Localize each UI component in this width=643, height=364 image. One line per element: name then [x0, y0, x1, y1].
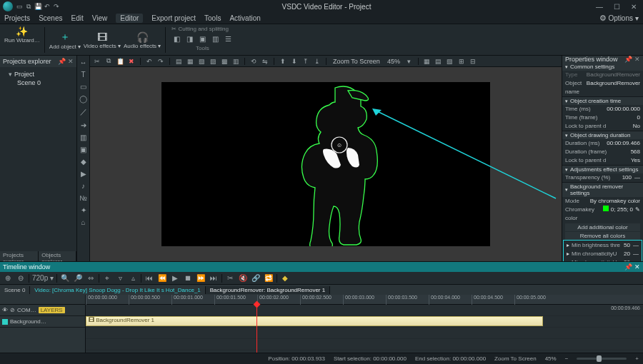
- tab-projects-explorer[interactable]: Projects explorer: [0, 251, 39, 261]
- vtool-move-icon[interactable]: ↔: [80, 59, 87, 66]
- ctb-align-icon[interactable]: ▩: [220, 57, 229, 66]
- ctb-redo-icon[interactable]: ↷: [156, 57, 165, 66]
- timeline-ruler[interactable]: 00:00:00.000 00:00:00.500 00:00:01.000 0…: [86, 295, 643, 304]
- layers-badge[interactable]: LAYERS: [39, 307, 65, 313]
- tl-goto-start-icon[interactable]: ⏮: [144, 274, 154, 282]
- min-brightness-field[interactable]: 50: [624, 241, 630, 250]
- ctb-align-icon[interactable]: ▥: [231, 57, 240, 66]
- vtool-line-icon[interactable]: ／: [80, 107, 87, 117]
- fps-select[interactable]: 720p ▾: [32, 274, 54, 282]
- maximize-button[interactable]: ☐: [610, 3, 623, 11]
- crumb-bgremover[interactable]: BackgroundRemover: BackgroundRemover 1: [206, 286, 330, 294]
- mode-select[interactable]: By chromakey color: [590, 197, 640, 206]
- tl-marker-icon[interactable]: ▵: [128, 274, 138, 282]
- tl-link-icon[interactable]: 🔗: [251, 274, 261, 282]
- tool-icon[interactable]: ◨: [184, 34, 194, 44]
- tl-stop-icon[interactable]: ⏹: [183, 274, 193, 282]
- timeline-clip[interactable]: 🎞 BackgroundRemover 1: [86, 316, 543, 326]
- ctb-undo-icon[interactable]: ↶: [145, 57, 154, 66]
- vtool-text-icon[interactable]: T: [81, 71, 85, 79]
- close-button[interactable]: ✕: [627, 3, 640, 11]
- tl-zoom-icon[interactable]: 🔍: [60, 274, 70, 282]
- vtool-tooltip-icon[interactable]: ⌂: [81, 218, 85, 226]
- tool-icon[interactable]: ◧: [171, 34, 181, 44]
- minimize-button[interactable]: —: [593, 3, 606, 11]
- tl-fit-icon[interactable]: ⇔: [86, 274, 96, 282]
- tl-zoom-icon[interactable]: 🔎: [73, 274, 83, 282]
- ctb-rotate-icon[interactable]: ⟲: [249, 57, 258, 66]
- chromakey-color-field[interactable]: 0; 255; 0: [611, 206, 633, 223]
- qat-open-icon[interactable]: ⧉: [25, 3, 32, 10]
- ctb-grid-icon[interactable]: ▤: [434, 57, 443, 66]
- qat-new-icon[interactable]: ▭: [16, 3, 23, 10]
- tl-mute-icon[interactable]: 🔇: [238, 274, 248, 282]
- tracks-lane[interactable]: 00:00:09.466 🎞 BackgroundRemover 1: [86, 305, 643, 353]
- pin-icon[interactable]: 📌 ✕: [58, 58, 74, 65]
- menu-export[interactable]: Export project: [151, 14, 196, 22]
- tl-goto-end-icon[interactable]: ⏭: [209, 274, 219, 282]
- menu-view[interactable]: View: [92, 14, 108, 22]
- ctb-copy-icon[interactable]: ⧉: [104, 57, 113, 66]
- tl-snap-icon[interactable]: ⌖: [102, 274, 112, 283]
- vtool-ellipse-icon[interactable]: ◯: [79, 95, 87, 103]
- menu-edit[interactable]: Edit: [71, 14, 83, 22]
- chevron-down-icon[interactable]: ▾: [405, 57, 414, 66]
- menu-activation[interactable]: Activation: [229, 14, 260, 22]
- pin-icon[interactable]: 📌 ✕: [624, 56, 640, 63]
- qat-undo-icon[interactable]: ↶: [44, 3, 51, 10]
- crumb-video[interactable]: Video: [Chroma Key] Snoop Dogg - Drop It…: [30, 286, 205, 294]
- zoom-in-icon[interactable]: +: [635, 355, 639, 362]
- menu-tools[interactable]: Tools: [204, 14, 221, 22]
- menu-projects[interactable]: Projects: [4, 14, 30, 22]
- canvas-area[interactable]: ☺: [90, 67, 562, 261]
- slider-icon[interactable]: —: [633, 241, 639, 250]
- tool-icon[interactable]: ☰: [223, 34, 233, 44]
- tab-objects-explorer[interactable]: Objects explorer: [39, 251, 76, 261]
- video-effects-button[interactable]: 🎞 Video effects ▾: [84, 31, 121, 49]
- vtool-animation-icon[interactable]: ✦: [81, 206, 86, 214]
- ctb-delete-icon[interactable]: ✖: [127, 57, 136, 66]
- vtool-video-icon[interactable]: ▶: [81, 170, 86, 178]
- lock-icon[interactable]: ⊘: [10, 307, 15, 313]
- zoom-out-icon[interactable]: −: [565, 355, 569, 362]
- ctb-align-icon[interactable]: ▨: [209, 57, 217, 66]
- vtool-counter-icon[interactable]: №: [79, 194, 87, 202]
- tool-icon[interactable]: ▥: [210, 34, 220, 44]
- add-object-button[interactable]: ＋ Add object ▾: [49, 31, 81, 50]
- menu-scenes[interactable]: Scenes: [39, 14, 62, 22]
- ctb-grid-icon[interactable]: ▧: [446, 57, 454, 66]
- vtool-sprite-icon[interactable]: ◆: [81, 158, 86, 166]
- tree-node-project[interactable]: ▾Project: [1, 70, 75, 79]
- object-name-field[interactable]: BackgroundRemover: [587, 79, 640, 96]
- ctb-layer-icon[interactable]: ⤓: [313, 57, 322, 66]
- qat-save-icon[interactable]: 💾: [34, 3, 41, 10]
- ctb-layer-icon[interactable]: ⤒: [301, 57, 310, 66]
- color-swatch[interactable]: [603, 206, 609, 211]
- playhead[interactable]: [256, 305, 257, 353]
- slider-icon[interactable]: —: [633, 250, 639, 258]
- options-button[interactable]: ⚙ Options ▾: [599, 14, 639, 23]
- ctb-grid-icon[interactable]: ▦: [423, 57, 432, 66]
- ctb-cut-icon[interactable]: ✂: [93, 57, 101, 66]
- ctb-grid-icon[interactable]: ⊟: [469, 57, 477, 66]
- vtool-chart-icon[interactable]: ▥: [80, 133, 86, 141]
- run-wizard-button[interactable]: ✨ Run Wizard…: [4, 26, 40, 44]
- pin-icon[interactable]: 📌 ✕: [624, 263, 640, 271]
- ctb-align-icon[interactable]: ▤: [174, 57, 183, 66]
- zoom-value[interactable]: 45%: [387, 58, 400, 65]
- tl-yellow-icon[interactable]: ◆: [280, 274, 290, 282]
- eyedropper-icon[interactable]: ✎: [635, 206, 640, 223]
- track-row-gutter[interactable]: Background…: [0, 316, 85, 328]
- remove-all-colors-button[interactable]: Remove all colors: [565, 232, 640, 240]
- tree-node-scene[interactable]: Scene 0: [1, 79, 75, 87]
- tl-remove-icon[interactable]: ⊖: [16, 274, 26, 282]
- ctb-grid-icon[interactable]: ⊞: [457, 57, 466, 66]
- crumb-scene[interactable]: Scene 0: [0, 286, 30, 294]
- slider-icon[interactable]: —: [634, 173, 640, 182]
- tl-play-icon[interactable]: ▶: [170, 274, 180, 282]
- tl-marker-icon[interactable]: ▿: [115, 274, 125, 282]
- menu-editor[interactable]: Editor: [116, 14, 143, 23]
- tl-step-fwd-icon[interactable]: ⏩: [196, 274, 206, 282]
- tl-add-icon[interactable]: ⊕: [3, 274, 13, 282]
- ctb-align-icon[interactable]: ▦: [186, 57, 194, 66]
